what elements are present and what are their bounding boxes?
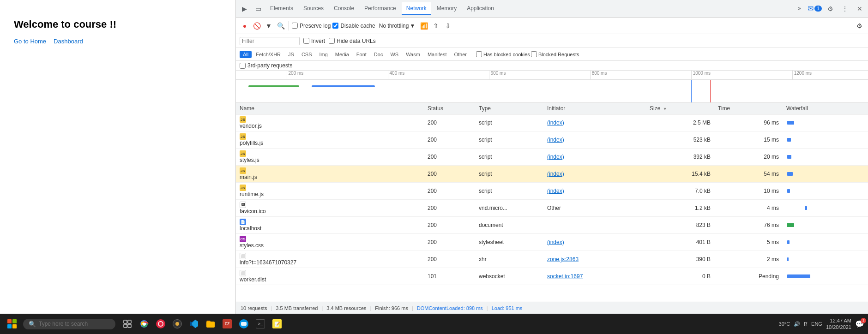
taskbar-search-bar[interactable]: 🔍	[23, 319, 115, 329]
network-settings-icon[interactable]: ⚙	[854, 21, 864, 31]
tab-application[interactable]: Application	[462, 2, 499, 15]
header-size[interactable]: Size ▼	[646, 103, 714, 114]
header-waterfall[interactable]: Waterfall	[783, 103, 868, 114]
import-icon[interactable]: ⇧	[431, 21, 441, 31]
table-row[interactable]: ➜ JS main.js 200 script (index) 15.4 kB …	[236, 166, 868, 183]
type-btn-other[interactable]: Other	[451, 51, 470, 58]
file-icon-js: JS	[240, 133, 246, 140]
chrome-icon[interactable]	[137, 316, 151, 331]
type-btn-doc[interactable]: Doc	[371, 51, 386, 58]
hide-data-urls-label[interactable]: Hide data URLs	[329, 38, 376, 44]
invert-label[interactable]: Invert	[303, 38, 325, 44]
cell-time: Pending	[714, 268, 783, 285]
preserve-log-checkbox[interactable]	[292, 23, 298, 29]
header-time[interactable]: Time	[714, 103, 783, 114]
initiator-link[interactable]: (index)	[547, 188, 564, 194]
table-row[interactable]: JS vendor.js 200 script (index) 2.5 MB 9…	[236, 114, 868, 131]
initiator-link[interactable]: zone.js:2863	[547, 256, 579, 262]
header-status[interactable]: Status	[424, 103, 475, 114]
table-row[interactable]: CS styles.css 200 stylesheet (index) 401…	[236, 234, 868, 251]
terminal-icon[interactable]: >_	[253, 316, 268, 331]
status-load[interactable]: Load: 951 ms	[492, 305, 523, 311]
type-btn-css[interactable]: CSS	[298, 51, 315, 58]
status-transferred: 3.5 MB transferred	[276, 305, 318, 311]
tab-memory[interactable]: Memory	[432, 2, 461, 15]
type-btn-wasm[interactable]: Wasm	[403, 51, 423, 58]
start-button[interactable]	[4, 316, 20, 332]
file-manager-icon[interactable]	[203, 316, 218, 331]
status-dom-content-loaded[interactable]: DOMContentLoaded: 898 ms	[417, 305, 483, 311]
network-table-wrap[interactable]: Name Status Type Initiator Size ▼ Time W…	[236, 103, 868, 302]
record-button[interactable]: ●	[240, 21, 250, 31]
search-button[interactable]: 🔍	[276, 21, 286, 31]
hide-data-urls-checkbox[interactable]	[329, 38, 335, 44]
tab-sources[interactable]: Sources	[299, 2, 328, 15]
notification-area-taskbar[interactable]: 💬 1	[855, 320, 864, 328]
table-row[interactable]: 📄 localhost 200 document 823 B 76 ms	[236, 217, 868, 234]
cursor-icon[interactable]: ▶	[238, 2, 251, 15]
type-btn-ws[interactable]: WS	[387, 51, 402, 58]
device-toggle-icon[interactable]: ▭	[252, 2, 265, 15]
go-to-home-link[interactable]: Go to Home	[14, 38, 46, 45]
taskbar-search-input[interactable]	[39, 321, 103, 327]
type-btn-all[interactable]: All	[240, 51, 252, 58]
initiator-link[interactable]: socket.io:1697	[547, 273, 583, 280]
vscode-icon[interactable]	[187, 316, 201, 331]
type-btn-manifest[interactable]: Manifest	[424, 51, 450, 58]
table-row[interactable]: JS styles.js 200 script (index) 392 kB 2…	[236, 149, 868, 166]
header-initiator[interactable]: Initiator	[543, 103, 646, 114]
filezilla-icon[interactable]: FZ	[220, 316, 235, 331]
tab-elements[interactable]: Elements	[265, 2, 298, 15]
clear-button[interactable]: 🚫	[252, 21, 262, 31]
dashboard-link[interactable]: Dashboard	[54, 38, 83, 45]
initiator-link[interactable]: (index)	[547, 239, 564, 245]
filter-input[interactable]	[242, 38, 297, 44]
initiator-link[interactable]: (index)	[547, 119, 564, 126]
type-btn-img[interactable]: Img	[316, 51, 331, 58]
cell-waterfall	[783, 166, 868, 183]
initiator-link[interactable]: (index)	[547, 171, 564, 177]
svg-rect-3	[128, 324, 131, 328]
third-party-checkbox[interactable]	[240, 63, 246, 69]
filter-button[interactable]: ▼	[264, 21, 274, 31]
initiator-link[interactable]: (index)	[547, 137, 564, 143]
close-devtools-icon[interactable]: ✕	[853, 2, 866, 15]
cell-time: 15 ms	[714, 131, 783, 149]
type-btn-fetch-xhr[interactable]: Fetch/XHR	[253, 51, 284, 58]
table-row[interactable]: JS runtime.js 200 script (index) 7.0 kB …	[236, 183, 868, 200]
more-options-icon[interactable]: ⋮	[838, 2, 851, 15]
disable-cache-checkbox[interactable]	[332, 23, 338, 29]
file-icon-xhr: ⬜	[240, 270, 246, 276]
disable-cache-label[interactable]: Disable cache	[332, 23, 375, 29]
tab-more[interactable]: »	[793, 2, 806, 15]
browser-icon[interactable]	[236, 316, 251, 331]
type-btn-font[interactable]: Font	[353, 51, 370, 58]
table-row[interactable]: ⬜ worker.dist 101 websocket socket.io:16…	[236, 268, 868, 285]
tab-network[interactable]: Network	[402, 2, 431, 15]
table-row[interactable]: ⬜ info?t=1634671070327 200 xhr zone.js:2…	[236, 251, 868, 268]
blocked-requests-label[interactable]: Blocked Requests	[531, 51, 579, 57]
tab-performance[interactable]: Performance	[360, 2, 401, 15]
type-btn-media[interactable]: Media	[332, 51, 352, 58]
opera-icon[interactable]	[153, 316, 168, 331]
type-btn-js[interactable]: JS	[285, 51, 297, 58]
export-icon[interactable]: ⇩	[443, 21, 453, 31]
preserve-log-label[interactable]: Preserve log	[292, 23, 331, 29]
cell-size: 2.5 MB	[646, 114, 714, 131]
header-type[interactable]: Type	[475, 103, 543, 114]
resolve-icon[interactable]	[170, 316, 185, 331]
has-blocked-cookies-checkbox[interactable]	[476, 51, 482, 57]
network-conditions-icon[interactable]: 📶	[419, 21, 429, 31]
blocked-requests-checkbox[interactable]	[531, 51, 537, 57]
notes-icon[interactable]: 📝	[270, 316, 284, 331]
taskview-icon[interactable]	[120, 316, 135, 331]
has-blocked-cookies-label[interactable]: Has blocked cookies	[476, 51, 530, 57]
settings-gear-icon[interactable]: ⚙	[824, 2, 837, 15]
invert-checkbox[interactable]	[303, 38, 309, 44]
table-row[interactable]: 🖼 favicon.ico 200 vnd.micro... Other 1.2…	[236, 200, 868, 217]
tab-console[interactable]: Console	[329, 2, 359, 15]
header-name[interactable]: Name	[236, 103, 424, 114]
table-row[interactable]: JS polyfills.js 200 script (index) 523 k…	[236, 131, 868, 149]
initiator-link[interactable]: (index)	[547, 154, 564, 160]
throttle-dropdown[interactable]: No throttling ▼	[377, 22, 417, 30]
